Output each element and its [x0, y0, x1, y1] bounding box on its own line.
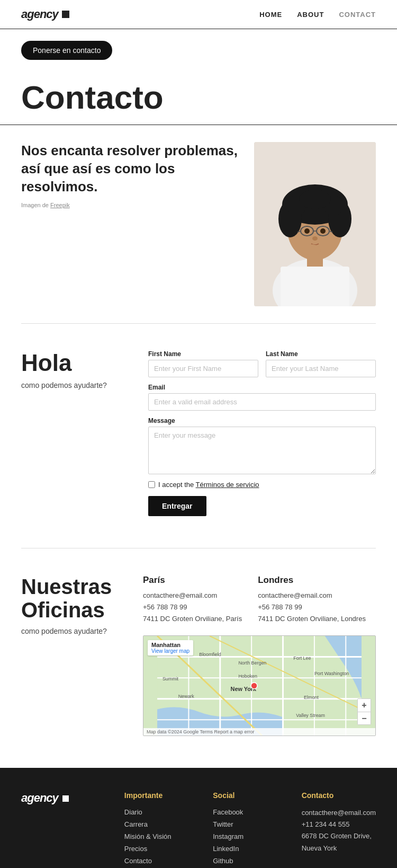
- logo-box: [62, 11, 69, 18]
- contact-heading: Hola: [21, 350, 127, 376]
- nav-links: HOME ABOUT CONTACT: [259, 11, 376, 19]
- terms-row: I accept the Términos de servicio: [148, 481, 376, 489]
- offices-heading: Nuestras Oficinas: [21, 575, 127, 622]
- map-view-larger[interactable]: View larger map: [151, 648, 190, 654]
- intro-section: Nos encanta resolver problemas, así que …: [0, 125, 397, 323]
- footer-contact-heading: Contacto: [302, 791, 376, 800]
- footer-precios-link[interactable]: Precios: [124, 845, 147, 853]
- svg-point-9: [299, 190, 331, 209]
- footer-linkedin-link[interactable]: LinkedIn: [213, 845, 239, 853]
- footer: agency Importante Diario Carrera Misión …: [0, 768, 397, 868]
- intro-text: Nos encanta resolver problemas, así que …: [21, 142, 238, 208]
- paris-details: contacthere@email.com +56 788 78 99 7411…: [143, 590, 242, 625]
- paris-heading: París: [143, 575, 242, 586]
- zoom-out-button[interactable]: −: [358, 712, 371, 724]
- london-details: contacthere@email.com +56 788 78 99 7411…: [258, 590, 366, 625]
- footer-importante-heading: Importante: [124, 791, 197, 800]
- nav-home[interactable]: HOME: [259, 11, 282, 19]
- nav-about[interactable]: ABOUT: [297, 11, 324, 19]
- footer-mision-link[interactable]: Misión & Visión: [124, 832, 172, 840]
- intro-image: [254, 142, 376, 306]
- svg-text:Hoboken: Hoboken: [238, 674, 257, 679]
- footer-top: agency Importante Diario Carrera Misión …: [21, 791, 376, 868]
- hero-image-svg: [254, 142, 376, 306]
- contact-left: Hola como podemos ayudarte?: [21, 350, 127, 389]
- footer-logo-col: agency: [21, 791, 109, 868]
- svg-point-18: [302, 244, 321, 257]
- map-container[interactable]: New York Newark Summit North Bergen Fort…: [143, 635, 376, 736]
- map-footer: Map data ©2024 Google Terms Report a map…: [143, 728, 375, 736]
- svg-text:Newark: Newark: [178, 694, 195, 699]
- svg-point-15: [304, 228, 310, 234]
- svg-text:Port Washington: Port Washington: [314, 671, 349, 676]
- footer-github-link[interactable]: Github: [213, 857, 233, 865]
- offices-section: Nuestras Oficinas como podemos ayudarte?…: [0, 548, 397, 768]
- intro-heading: Nos encanta resolver problemas, así que …: [21, 142, 238, 196]
- zoom-in-button[interactable]: +: [358, 699, 371, 712]
- svg-point-16: [320, 228, 326, 234]
- first-name-label: First Name: [148, 350, 258, 358]
- svg-text:Elmont: Elmont: [304, 695, 319, 700]
- email-group: Email: [148, 384, 376, 411]
- first-name-input[interactable]: [148, 360, 258, 377]
- footer-social-heading: Social: [213, 791, 285, 800]
- office-london: Londres contacthere@email.com +56 788 78…: [258, 575, 366, 625]
- map-background: New York Newark Summit North Bergen Fort…: [143, 636, 375, 736]
- page-title: Contacto: [21, 81, 376, 114]
- freepik-link[interactable]: Freepik: [50, 202, 70, 208]
- page-title-section: Contacto: [0, 65, 397, 125]
- footer-contact-details: contacthere@email.com +11 234 44 555 667…: [302, 807, 376, 854]
- footer-social-col: Social Facebook Twitter Instagram Linked…: [213, 791, 285, 868]
- offices-right: París contacthere@email.com +56 788 78 9…: [143, 575, 376, 736]
- map-zoom-controls: + −: [357, 698, 371, 725]
- svg-point-43: [251, 683, 257, 689]
- footer-logo-box: [62, 795, 69, 802]
- terms-link[interactable]: Términos de servicio: [196, 481, 259, 489]
- email-input[interactable]: [148, 393, 376, 411]
- contact-subheading: como podemos ayudarte?: [21, 381, 127, 389]
- logo-text: agency: [21, 7, 58, 21]
- offices-columns: París contacthere@email.com +56 788 78 9…: [143, 575, 376, 625]
- contact-form: First Name Last Name Email Message I acc…: [148, 350, 376, 516]
- hero-button-wrap: Ponerse en contacto: [0, 29, 397, 65]
- message-group: Message: [148, 417, 376, 474]
- submit-button[interactable]: Entregar: [148, 496, 206, 516]
- footer-social-list: Facebook Twitter Instagram LinkedIn Gith…: [213, 807, 285, 865]
- nav-contact[interactable]: CONTACT: [339, 11, 376, 19]
- svg-text:Bloomfield: Bloomfield: [199, 652, 221, 657]
- email-label: Email: [148, 384, 376, 391]
- contact-hero-button[interactable]: Ponerse en contacto: [21, 41, 112, 60]
- svg-rect-19: [281, 267, 349, 306]
- london-heading: Londres: [258, 575, 366, 586]
- footer-facebook-link[interactable]: Facebook: [213, 808, 243, 816]
- footer-instagram-link[interactable]: Instagram: [213, 832, 243, 840]
- map-label: Manhattan View larger map: [148, 640, 193, 656]
- logo[interactable]: agency: [21, 7, 69, 21]
- last-name-label: Last Name: [266, 350, 376, 358]
- message-input[interactable]: [148, 427, 376, 474]
- contact-form-section: Hola como podemos ayudarte? First Name L…: [0, 324, 397, 548]
- footer-twitter-link[interactable]: Twitter: [213, 820, 233, 828]
- svg-text:North Bergen: North Bergen: [238, 661, 266, 666]
- footer-contacto-link[interactable]: Contacto: [124, 857, 152, 865]
- navbar: agency HOME ABOUT CONTACT: [0, 0, 397, 29]
- footer-carrera-link[interactable]: Carrera: [124, 820, 148, 828]
- offices-left: Nuestras Oficinas como podemos ayudarte?: [21, 575, 127, 635]
- office-paris: París contacthere@email.com +56 788 78 9…: [143, 575, 242, 625]
- name-row: First Name Last Name: [148, 350, 376, 377]
- first-name-group: First Name: [148, 350, 258, 377]
- offices-subheading: como podemos ayudarte?: [21, 627, 127, 635]
- svg-text:Fort Lee: Fort Lee: [293, 656, 311, 661]
- footer-logo[interactable]: agency: [21, 791, 109, 805]
- message-label: Message: [148, 417, 376, 424]
- footer-diario-link[interactable]: Diario: [124, 808, 142, 816]
- svg-point-17: [312, 236, 318, 241]
- image-credit: Imagen de Freepik: [21, 202, 238, 208]
- last-name-input[interactable]: [266, 360, 376, 377]
- footer-importante-col: Importante Diario Carrera Misión & Visió…: [124, 791, 197, 868]
- svg-text:Valley Stream: Valley Stream: [296, 713, 325, 719]
- footer-importante-list: Diario Carrera Misión & Visión Precios C…: [124, 807, 197, 865]
- terms-checkbox[interactable]: [148, 481, 155, 488]
- terms-text: I accept the Términos de servicio: [158, 481, 259, 489]
- last-name-group: Last Name: [266, 350, 376, 377]
